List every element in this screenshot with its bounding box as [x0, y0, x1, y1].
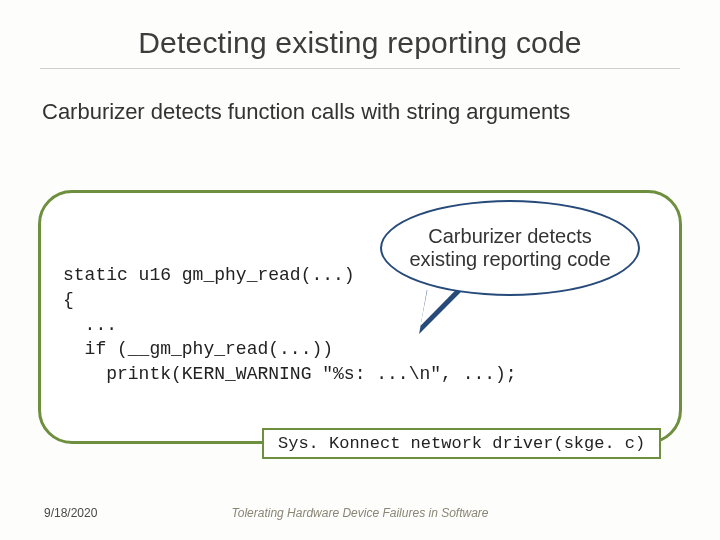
title-underline [40, 68, 680, 69]
code-line: static u16 gm_phy_read(...) [63, 265, 355, 285]
callout-bubble: Carburizer detects existing reporting co… [380, 200, 640, 296]
code-line: if (__gm_phy_read(...)) [63, 339, 333, 359]
callout-text: Carburizer detects existing reporting co… [406, 225, 614, 271]
code-line: { [63, 290, 74, 310]
code-line: printk(KERN_WARNING "%s: ...\n", ...); [63, 364, 517, 384]
slide: Detecting existing reporting code Carbur… [0, 0, 720, 540]
code-line: ... [63, 315, 117, 335]
caption-label: Sys. Konnect network driver(skge. c) [262, 428, 661, 459]
footer-talk-title: Tolerating Hardware Device Failures in S… [0, 506, 720, 520]
slide-title: Detecting existing reporting code [0, 0, 720, 60]
slide-subtitle: Carburizer detects function calls with s… [42, 99, 720, 125]
